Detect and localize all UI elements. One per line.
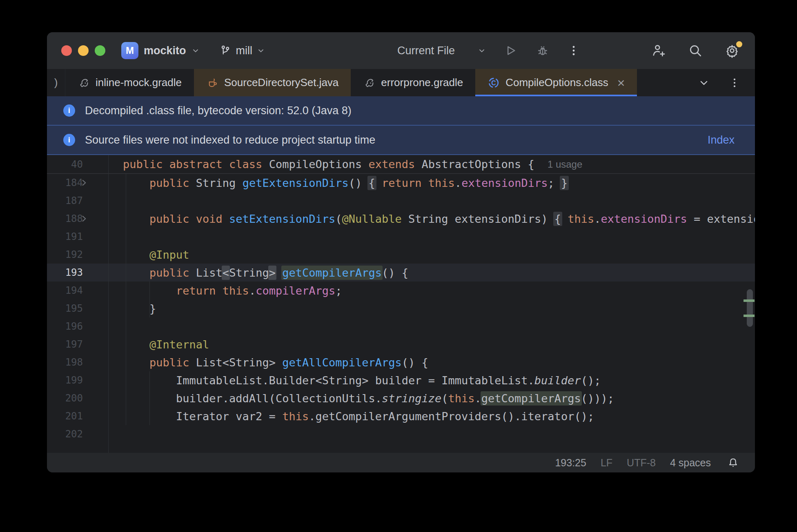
window-controls — [61, 45, 111, 56]
code-line-202: 202 — [47, 425, 755, 443]
tab-label: CompileOptions.class — [505, 76, 608, 89]
status-bar: 193:25 LF UTF-8 4 spaces — [47, 453, 755, 472]
code-text: public void setExtensionDirs(@Nullable S… — [108, 213, 755, 225]
line-number: 187 — [65, 195, 83, 206]
svg-text:C: C — [492, 80, 496, 86]
indent-style[interactable]: 4 spaces — [670, 457, 711, 469]
code-line-188: 188 public void setExtensionDirs(@Nullab… — [47, 210, 755, 228]
project-widget[interactable]: M mockito — [121, 42, 200, 59]
gutter-separator — [108, 155, 109, 453]
add-user-icon[interactable] — [651, 43, 666, 58]
code-line-194: 194 return this.compilerArgs; — [47, 282, 755, 299]
tab-list-chevron-icon[interactable] — [699, 78, 709, 88]
tab-errorprone-gradle[interactable]: errorprone.gradle — [351, 69, 475, 96]
chevron-down-icon — [478, 47, 486, 55]
line-number: 198 — [65, 357, 83, 368]
branch-name: mill — [236, 44, 253, 57]
code-line-199: 199 ImmutableList.Builder<String> builde… — [47, 371, 755, 389]
line-number: 200 — [65, 392, 83, 404]
line-number: 195 — [65, 303, 83, 314]
code-line-193: 193 public List<String> getCompilerArgs(… — [47, 264, 755, 282]
project-name: mockito — [144, 44, 186, 57]
code-text: ImmutableList.Builder<String> builder = … — [108, 374, 601, 387]
run-toolbar: Current File — [397, 44, 580, 58]
code-line-198: 198 public List<String> getAllCompilerAr… — [47, 353, 755, 371]
banner-text: Decompiled .class file, bytecode version… — [85, 104, 352, 117]
git-branch-icon — [219, 44, 232, 57]
scrollbar-thumb[interactable] — [747, 289, 753, 327]
tab-compileoptions-class[interactable]: CCompileOptions.class× — [475, 69, 637, 96]
close-window-button[interactable] — [61, 45, 72, 56]
usage-count[interactable]: 1 usage — [548, 159, 582, 170]
notifications-bell-icon[interactable] — [728, 457, 739, 468]
info-icon: i — [63, 134, 75, 146]
gutter: 194 — [47, 282, 108, 299]
line-number: 197 — [65, 339, 83, 350]
ide-window: M mockito mill — [47, 32, 755, 472]
line-number: 194 — [65, 285, 83, 296]
titlebar: M mockito mill — [47, 32, 755, 69]
code-line-196: 196 — [47, 317, 755, 335]
gutter: 193 — [47, 264, 108, 282]
tab-strip: inline-mock.gradleSourceDirectorySet.jav… — [65, 69, 637, 96]
class-icon: C — [488, 77, 500, 89]
settings-button[interactable] — [725, 43, 739, 58]
line-separator[interactable]: LF — [601, 457, 612, 469]
tab-sourcedirectoryset-java[interactable]: SourceDirectorySet.java — [194, 69, 351, 96]
code-text: @Input — [108, 248, 189, 261]
code-text: @Internal — [108, 338, 209, 351]
tab-overflow-fragment[interactable]: ) — [47, 69, 65, 96]
gutter: 200 — [47, 389, 108, 407]
code-text: public String getExtensionDirs() { retur… — [108, 177, 568, 189]
code-line-197: 197 @Internal — [47, 335, 755, 353]
line-number: 199 — [65, 375, 83, 386]
line-number: 191 — [65, 231, 83, 242]
run-config-selector[interactable]: Current File — [397, 44, 486, 57]
gutter: 192 — [47, 246, 108, 264]
indent-guide — [126, 174, 126, 425]
line-number: 192 — [65, 249, 83, 260]
code-text: public abstract class CompileOptions ext… — [108, 158, 534, 171]
code-line-200: 200 builder.addAll(CollectionUtils.strin… — [47, 389, 755, 407]
minimize-window-button[interactable] — [78, 45, 89, 56]
tab-inline-mock-gradle[interactable]: inline-mock.gradle — [65, 69, 194, 96]
gradle-icon — [363, 77, 375, 89]
vcs-change-stripe — [744, 315, 755, 317]
file-encoding[interactable]: UTF-8 — [627, 457, 656, 469]
gutter: 199 — [47, 371, 108, 389]
desktop: M mockito mill — [0, 0, 797, 532]
fold-chevron-icon[interactable] — [80, 178, 89, 187]
search-icon[interactable] — [688, 43, 703, 58]
debug-icon[interactable] — [536, 44, 550, 58]
fold-chevron-icon[interactable] — [80, 214, 89, 223]
gutter: 201 — [47, 407, 108, 425]
gutter: 197 — [47, 335, 108, 353]
vcs-branch-widget[interactable]: mill — [219, 44, 265, 57]
more-options-icon[interactable] — [568, 44, 580, 57]
code-line-184: 184 public String getExtensionDirs() { r… — [47, 174, 755, 192]
gutter: 198 — [47, 353, 108, 371]
caret-position[interactable]: 193:25 — [555, 457, 586, 469]
gutter: 40 — [47, 155, 108, 173]
tab-label: SourceDirectorySet.java — [224, 76, 338, 89]
editor[interactable]: 40public abstract class CompileOptions e… — [47, 155, 755, 453]
zoom-window-button[interactable] — [95, 45, 105, 56]
index-link[interactable]: Index — [708, 134, 739, 146]
close-icon[interactable]: × — [617, 76, 625, 89]
gutter: 195 — [47, 299, 108, 317]
tab-label: errorprone.gradle — [381, 76, 463, 89]
tab-options-icon[interactable] — [729, 77, 740, 89]
java-icon — [206, 77, 218, 89]
banner-text: Source files were not indexed to reduce … — [85, 134, 375, 146]
gutter: 196 — [47, 317, 108, 335]
chevron-down-icon — [191, 47, 200, 55]
run-icon[interactable] — [504, 44, 518, 58]
project-icon: M — [121, 42, 138, 59]
gutter: 184 — [47, 174, 108, 192]
gutter: 188 — [47, 210, 108, 228]
code-text: Iterator var2 = this.getCompilerArgument… — [108, 410, 594, 423]
code-line-201: 201 Iterator var2 = this.getCompilerArgu… — [47, 407, 755, 425]
indexing-banner: i Source files were not indexed to reduc… — [47, 126, 755, 155]
code-text: } — [108, 302, 156, 315]
chevron-down-icon — [257, 47, 265, 55]
